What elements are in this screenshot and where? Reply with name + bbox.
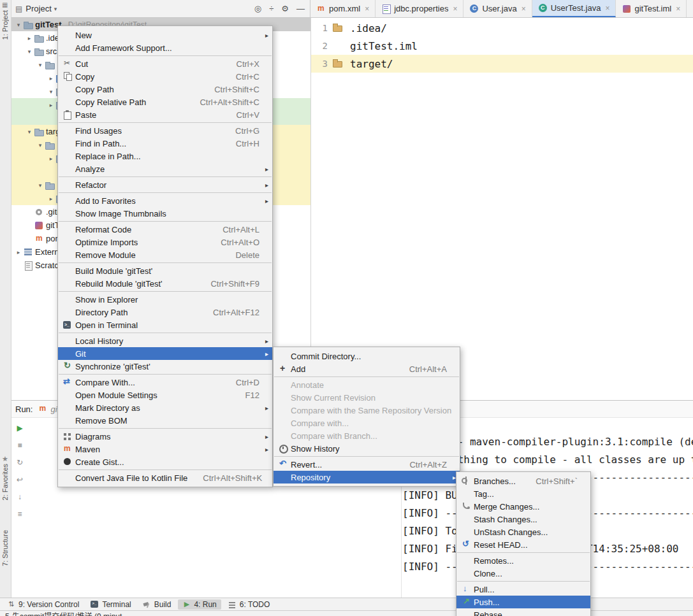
toolwindow-button-4-run[interactable]: 4: Run (178, 599, 221, 610)
editor-area[interactable]: 1.idea/2gitTest.iml3target/ (310, 18, 693, 400)
menu-item-add-to-favorites[interactable]: Add to Favorites (58, 194, 272, 207)
menu-item-unstash-changes[interactable]: UnStash Changes... (456, 526, 590, 538)
menu-item-pull[interactable]: Pull... (456, 583, 590, 596)
menu-item-remove-module[interactable]: Remove ModuleDelete (58, 248, 272, 261)
tree-chevron-icon[interactable] (25, 35, 34, 41)
menu-item-merge-changes[interactable]: Merge Changes... (456, 500, 590, 513)
toolwindow-button-6-todo[interactable]: 6: TODO (224, 599, 275, 610)
menu-item-show-current-revision[interactable]: Show Current Revision (274, 391, 460, 404)
tab-usertest-java[interactable]: UserTest.java (532, 0, 616, 17)
menu-item-copy-path[interactable]: Copy PathCtrl+Shift+C (58, 83, 272, 96)
stop-icon[interactable]: ■ (15, 440, 25, 450)
menu-item-directory-path[interactable]: Directory PathCtrl+Alt+F12 (58, 306, 272, 319)
menu-item-compare-with[interactable]: Compare With...Ctrl+D (58, 376, 272, 389)
close-tab-icon[interactable] (453, 4, 457, 13)
menu-item-diagrams[interactable]: Diagrams (58, 430, 272, 443)
menu-item-compare-with-branch[interactable]: Compare with Branch... (274, 429, 460, 442)
rerun-icon[interactable]: ▶ (15, 423, 25, 433)
menu-item-branches[interactable]: Branches...Ctrl+Shift+` (456, 475, 590, 487)
menu-item-build-module-gittest[interactable]: Build Module 'gitTest' (58, 264, 272, 277)
menu-item-add-framework-support[interactable]: Add Framework Support... (58, 41, 272, 54)
tab-user-java[interactable]: User.java (463, 0, 532, 17)
menu-item-local-history[interactable]: Local History (58, 334, 272, 347)
menu-item-git[interactable]: Git (58, 347, 272, 360)
tree-chevron-icon[interactable] (25, 48, 34, 55)
tab-gittest-iml[interactable]: gitTest.iml (616, 0, 687, 17)
tree-chevron-icon[interactable] (36, 62, 45, 68)
close-tab-icon[interactable] (522, 4, 526, 13)
tree-chevron-icon[interactable] (47, 196, 55, 202)
hide-panel-icon[interactable]: — (296, 4, 305, 13)
tree-chevron-icon[interactable] (47, 102, 55, 108)
toolwindow-button-project[interactable]: 1: Project (1, 10, 9, 39)
menu-item-analyze[interactable]: Analyze (58, 162, 272, 175)
restart-icon[interactable]: ↻ (15, 457, 25, 468)
menu-item-synchronize-gittest[interactable]: Synchronize 'gitTest' (58, 360, 272, 373)
menu-item-add[interactable]: AddCtrl+Alt+A (274, 362, 460, 375)
tree-chevron-icon[interactable] (25, 129, 34, 135)
menu-item-paste[interactable]: PasteCtrl+V (58, 108, 272, 121)
tab-jdbc-properties[interactable]: jdbc.properties (376, 0, 463, 17)
editor-line[interactable]: 3target/ (311, 55, 693, 73)
menu-item-stash-changes[interactable]: Stash Changes... (456, 513, 590, 526)
menu-item-remove-bom[interactable]: Remove BOM (58, 414, 272, 427)
editor-line[interactable]: 2gitTest.iml (311, 37, 693, 55)
toolwindow-button-9-version-control[interactable]: 9: Version Control (3, 599, 84, 610)
menu-item-mark-directory-as[interactable]: Mark Directory as (58, 401, 272, 414)
menu-item-compare-with[interactable]: Compare with... (274, 417, 460, 429)
menu-item-copy[interactable]: CopyCtrl+C (58, 70, 272, 83)
menu-item-rebuild-module-gittest[interactable]: Rebuild Module 'gitTest'Ctrl+Shift+F9 (58, 277, 272, 290)
menu-item-copy-relative-path[interactable]: Copy Relative PathCtrl+Alt+Shift+C (58, 96, 272, 108)
toolwindow-button-build[interactable]: Build (138, 599, 176, 610)
menu-item-replace-in-path[interactable]: Replace in Path... (58, 150, 272, 162)
tree-chevron-icon[interactable] (36, 142, 45, 148)
menu-item-repository[interactable]: Repository (274, 471, 460, 483)
locate-file-icon[interactable]: ◎ (254, 4, 261, 13)
menu-item-create-gist[interactable]: Create Gist... (58, 455, 272, 468)
window-menu-icon[interactable]: ▦ (2, 1, 8, 8)
close-tab-icon[interactable] (605, 4, 609, 13)
menu-item-push[interactable]: Push... (456, 596, 590, 608)
settings-gear-icon[interactable]: ⚙ (281, 4, 289, 13)
clear-all-icon[interactable]: ≡ (15, 509, 25, 519)
tab-pom-xml[interactable]: pom.xml (310, 0, 376, 17)
menu-item-show-in-explorer[interactable]: Show in Explorer (58, 293, 272, 306)
toolwindow-button-favorites[interactable]: 2: Favorites (1, 464, 9, 500)
tree-chevron-icon[interactable] (14, 249, 23, 255)
menu-item-show-image-thumbnails[interactable]: Show Image Thumbnails (58, 207, 272, 220)
tree-chevron-icon[interactable] (14, 22, 23, 28)
toolwindow-button-terminal[interactable]: Terminal (86, 599, 135, 610)
toolwindow-button-structure[interactable]: 7: Structure (1, 530, 9, 566)
menu-item-reset-head[interactable]: Reset HEAD... (456, 538, 590, 551)
menu-item-show-history[interactable]: Show History (274, 442, 460, 455)
menu-item-annotate[interactable]: Annotate (274, 378, 460, 391)
editor-line[interactable]: 1.idea/ (311, 19, 693, 37)
menu-item-open-in-terminal[interactable]: Open in Terminal (58, 319, 272, 331)
menu-item-convert-java-file-to-kotlin-file[interactable]: Convert Java File to Kotlin FileCtrl+Alt… (58, 471, 272, 484)
soft-wrap-icon[interactable]: ↩ (15, 475, 25, 485)
menu-item-cut[interactable]: CutCtrl+X (58, 57, 272, 70)
menu-item-remotes[interactable]: Remotes... (456, 554, 590, 567)
menu-item-maven[interactable]: Maven (58, 443, 272, 455)
menu-item-tag[interactable]: Tag... (456, 487, 590, 500)
menu-item-find-usages[interactable]: Find UsagesCtrl+G (58, 124, 272, 137)
menu-item-optimize-imports[interactable]: Optimize ImportsCtrl+Alt+O (58, 236, 272, 248)
scroll-to-end-icon[interactable]: ↓ (15, 492, 25, 502)
project-view-selector[interactable]: Project (26, 4, 51, 13)
menu-item-revert[interactable]: Revert...Ctrl+Alt+Z (274, 458, 460, 471)
tree-chevron-icon[interactable] (47, 75, 55, 82)
close-tab-icon[interactable] (676, 4, 680, 13)
close-tab-icon[interactable] (365, 4, 369, 13)
collapse-all-icon[interactable]: ÷ (269, 4, 274, 13)
tree-chevron-icon[interactable] (47, 155, 55, 162)
menu-item-new[interactable]: New (58, 29, 272, 41)
menu-item-commit-directory[interactable]: Commit Directory... (274, 350, 460, 362)
menu-item-clone[interactable]: Clone... (456, 567, 590, 580)
tree-chevron-icon[interactable] (36, 182, 45, 189)
tree-chevron-icon[interactable] (47, 89, 55, 95)
menu-item-reformat-code[interactable]: Reformat CodeCtrl+Alt+L (58, 223, 272, 236)
menu-item-rebase[interactable]: Rebase... (456, 608, 590, 616)
menu-item-compare-with-the-same-repository-version[interactable]: Compare with the Same Repository Version (274, 404, 460, 417)
menu-item-refactor[interactable]: Refactor (58, 178, 272, 191)
menu-item-open-module-settings[interactable]: Open Module SettingsF12 (58, 389, 272, 401)
